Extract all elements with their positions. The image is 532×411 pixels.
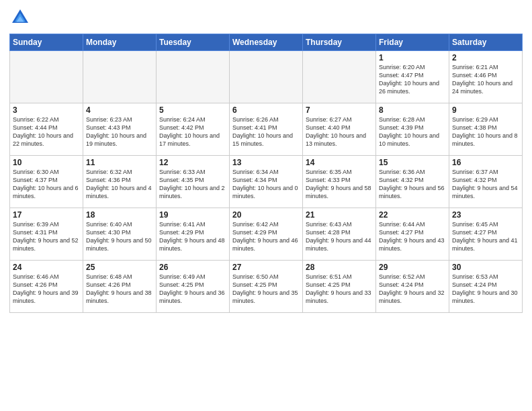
page: SundayMondayTuesdayWednesdayThursdayFrid… xyxy=(0,0,532,411)
calendar-cell: 6Sunrise: 6:26 AM Sunset: 4:41 PM Daylig… xyxy=(230,103,303,156)
calendar-cell: 2Sunrise: 6:21 AM Sunset: 4:46 PM Daylig… xyxy=(449,51,523,103)
weekday-header-friday: Friday xyxy=(376,34,449,51)
calendar-cell: 28Sunrise: 6:51 AM Sunset: 4:25 PM Dayli… xyxy=(303,261,376,313)
weekday-header-row: SundayMondayTuesdayWednesdayThursdayFrid… xyxy=(10,34,523,51)
day-number: 9 xyxy=(452,105,519,115)
day-info: Sunrise: 6:24 AM Sunset: 4:42 PM Dayligh… xyxy=(159,116,226,148)
day-number: 25 xyxy=(86,263,153,272)
day-number: 14 xyxy=(306,158,373,167)
day-info: Sunrise: 6:27 AM Sunset: 4:40 PM Dayligh… xyxy=(306,116,373,148)
calendar-cell: 5Sunrise: 6:24 AM Sunset: 4:42 PM Daylig… xyxy=(157,103,230,156)
day-info: Sunrise: 6:52 AM Sunset: 4:24 PM Dayligh… xyxy=(379,273,446,306)
day-info: Sunrise: 6:21 AM Sunset: 4:46 PM Dayligh… xyxy=(452,63,519,96)
calendar-cell: 30Sunrise: 6:53 AM Sunset: 4:24 PM Dayli… xyxy=(449,261,523,313)
calendar-cell: 3Sunrise: 6:22 AM Sunset: 4:44 PM Daylig… xyxy=(10,103,83,156)
calendar-cell xyxy=(303,51,376,103)
day-number: 27 xyxy=(232,263,300,272)
day-number: 13 xyxy=(232,158,300,167)
day-info: Sunrise: 6:43 AM Sunset: 4:28 PM Dayligh… xyxy=(306,220,373,253)
day-number: 11 xyxy=(86,158,153,167)
calendar-cell: 23Sunrise: 6:45 AM Sunset: 4:27 PM Dayli… xyxy=(449,208,523,261)
day-number: 22 xyxy=(379,210,446,220)
day-number: 3 xyxy=(13,105,80,115)
calendar-cell xyxy=(230,51,303,103)
day-number: 29 xyxy=(379,263,446,272)
week-row-1: 1Sunrise: 6:20 AM Sunset: 4:47 PM Daylig… xyxy=(10,51,523,103)
calendar-cell: 18Sunrise: 6:40 AM Sunset: 4:30 PM Dayli… xyxy=(83,208,157,261)
day-number: 16 xyxy=(452,158,519,167)
weekday-header-tuesday: Tuesday xyxy=(157,34,230,51)
calendar-cell: 14Sunrise: 6:35 AM Sunset: 4:33 PM Dayli… xyxy=(303,156,376,208)
week-row-5: 24Sunrise: 6:46 AM Sunset: 4:26 PM Dayli… xyxy=(10,261,523,313)
day-number: 18 xyxy=(86,210,153,220)
day-number: 5 xyxy=(159,105,226,115)
day-number: 17 xyxy=(13,210,80,220)
calendar-cell: 20Sunrise: 6:42 AM Sunset: 4:29 PM Dayli… xyxy=(230,208,303,261)
day-number: 19 xyxy=(159,210,226,220)
day-number: 1 xyxy=(379,53,446,62)
calendar-cell: 16Sunrise: 6:37 AM Sunset: 4:32 PM Dayli… xyxy=(449,156,523,208)
day-number: 15 xyxy=(379,158,446,167)
week-row-3: 10Sunrise: 6:30 AM Sunset: 4:37 PM Dayli… xyxy=(10,156,523,208)
day-number: 4 xyxy=(86,105,153,115)
day-info: Sunrise: 6:46 AM Sunset: 4:26 PM Dayligh… xyxy=(13,273,80,306)
day-number: 8 xyxy=(379,105,446,115)
day-number: 6 xyxy=(232,105,300,115)
header xyxy=(9,7,523,28)
calendar-cell: 4Sunrise: 6:23 AM Sunset: 4:43 PM Daylig… xyxy=(83,103,157,156)
weekday-header-monday: Monday xyxy=(83,34,157,51)
calendar-cell: 9Sunrise: 6:29 AM Sunset: 4:38 PM Daylig… xyxy=(449,103,523,156)
calendar-cell: 29Sunrise: 6:52 AM Sunset: 4:24 PM Dayli… xyxy=(376,261,449,313)
day-info: Sunrise: 6:41 AM Sunset: 4:29 PM Dayligh… xyxy=(159,220,226,253)
day-number: 24 xyxy=(13,263,80,272)
calendar-cell xyxy=(157,51,230,103)
day-info: Sunrise: 6:44 AM Sunset: 4:27 PM Dayligh… xyxy=(379,220,446,253)
day-info: Sunrise: 6:37 AM Sunset: 4:32 PM Dayligh… xyxy=(452,168,519,201)
weekday-header-wednesday: Wednesday xyxy=(230,34,303,51)
day-number: 28 xyxy=(306,263,373,272)
calendar-cell: 26Sunrise: 6:49 AM Sunset: 4:25 PM Dayli… xyxy=(157,261,230,313)
day-info: Sunrise: 6:23 AM Sunset: 4:43 PM Dayligh… xyxy=(86,116,153,148)
day-info: Sunrise: 6:26 AM Sunset: 4:41 PM Dayligh… xyxy=(232,116,300,148)
calendar-cell: 21Sunrise: 6:43 AM Sunset: 4:28 PM Dayli… xyxy=(303,208,376,261)
day-info: Sunrise: 6:39 AM Sunset: 4:31 PM Dayligh… xyxy=(13,220,80,253)
calendar-cell: 12Sunrise: 6:33 AM Sunset: 4:35 PM Dayli… xyxy=(157,156,230,208)
day-info: Sunrise: 6:51 AM Sunset: 4:25 PM Dayligh… xyxy=(306,273,373,306)
day-info: Sunrise: 6:32 AM Sunset: 4:36 PM Dayligh… xyxy=(86,168,153,201)
day-info: Sunrise: 6:50 AM Sunset: 4:25 PM Dayligh… xyxy=(232,273,300,306)
calendar-cell: 15Sunrise: 6:36 AM Sunset: 4:32 PM Dayli… xyxy=(376,156,449,208)
weekday-header-thursday: Thursday xyxy=(303,34,376,51)
calendar-cell: 13Sunrise: 6:34 AM Sunset: 4:34 PM Dayli… xyxy=(230,156,303,208)
calendar-cell xyxy=(83,51,157,103)
day-info: Sunrise: 6:20 AM Sunset: 4:47 PM Dayligh… xyxy=(379,63,446,96)
day-number: 26 xyxy=(159,263,226,272)
calendar-cell: 19Sunrise: 6:41 AM Sunset: 4:29 PM Dayli… xyxy=(157,208,230,261)
weekday-header-sunday: Sunday xyxy=(10,34,83,51)
calendar-cell: 1Sunrise: 6:20 AM Sunset: 4:47 PM Daylig… xyxy=(376,51,449,103)
calendar-cell: 10Sunrise: 6:30 AM Sunset: 4:37 PM Dayli… xyxy=(10,156,83,208)
calendar-cell: 22Sunrise: 6:44 AM Sunset: 4:27 PM Dayli… xyxy=(376,208,449,261)
day-number: 23 xyxy=(452,210,519,220)
calendar-cell xyxy=(10,51,83,103)
day-info: Sunrise: 6:33 AM Sunset: 4:35 PM Dayligh… xyxy=(159,168,226,201)
calendar-cell: 25Sunrise: 6:48 AM Sunset: 4:26 PM Dayli… xyxy=(83,261,157,313)
week-row-2: 3Sunrise: 6:22 AM Sunset: 4:44 PM Daylig… xyxy=(10,103,523,156)
calendar-cell: 8Sunrise: 6:28 AM Sunset: 4:39 PM Daylig… xyxy=(376,103,449,156)
day-number: 12 xyxy=(159,158,226,167)
calendar-table: SundayMondayTuesdayWednesdayThursdayFrid… xyxy=(9,34,523,313)
day-number: 10 xyxy=(13,158,80,167)
day-info: Sunrise: 6:34 AM Sunset: 4:34 PM Dayligh… xyxy=(232,168,300,201)
calendar-cell: 11Sunrise: 6:32 AM Sunset: 4:36 PM Dayli… xyxy=(83,156,157,208)
day-info: Sunrise: 6:40 AM Sunset: 4:30 PM Dayligh… xyxy=(86,220,153,253)
calendar-cell: 27Sunrise: 6:50 AM Sunset: 4:25 PM Dayli… xyxy=(230,261,303,313)
day-info: Sunrise: 6:36 AM Sunset: 4:32 PM Dayligh… xyxy=(379,168,446,201)
week-row-4: 17Sunrise: 6:39 AM Sunset: 4:31 PM Dayli… xyxy=(10,208,523,261)
day-info: Sunrise: 6:35 AM Sunset: 4:33 PM Dayligh… xyxy=(306,168,373,201)
day-info: Sunrise: 6:22 AM Sunset: 4:44 PM Dayligh… xyxy=(13,116,80,148)
logo xyxy=(9,7,34,28)
day-number: 30 xyxy=(452,263,519,272)
day-number: 7 xyxy=(306,105,373,115)
day-number: 21 xyxy=(306,210,373,220)
day-info: Sunrise: 6:42 AM Sunset: 4:29 PM Dayligh… xyxy=(232,220,300,253)
day-info: Sunrise: 6:30 AM Sunset: 4:37 PM Dayligh… xyxy=(13,168,80,201)
